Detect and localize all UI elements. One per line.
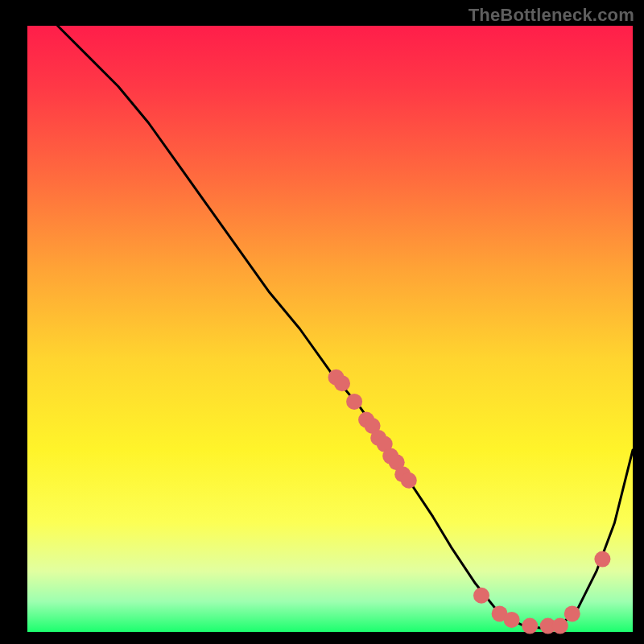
plot-background (27, 26, 633, 632)
chart-container: TheBottleneck.com (0, 0, 644, 644)
data-point (522, 618, 538, 634)
data-point (504, 612, 520, 628)
data-point (594, 551, 610, 568)
data-point (334, 375, 350, 391)
data-point (401, 473, 417, 489)
bottleneck-chart (0, 0, 644, 644)
data-point (552, 618, 568, 634)
data-point (473, 588, 489, 604)
data-point (564, 605, 580, 621)
data-point (346, 394, 362, 410)
watermark-text: TheBottleneck.com (469, 5, 634, 26)
